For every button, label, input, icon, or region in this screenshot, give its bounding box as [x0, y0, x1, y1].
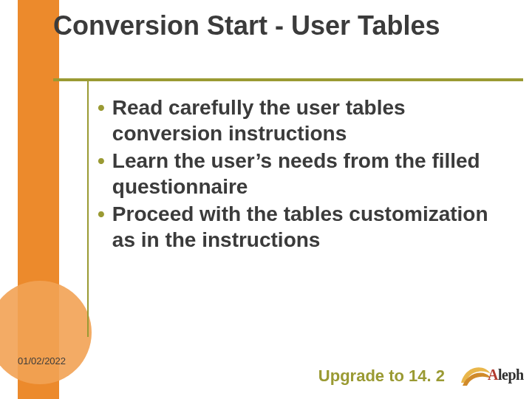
slide: Conversion Start - User Tables • Read ca…: [0, 0, 532, 399]
left-accent-band: [18, 0, 59, 399]
bullet-icon: •: [98, 95, 105, 120]
bullet-text: Learn the user’s needs from the filled q…: [112, 148, 508, 200]
list-item: • Proceed with the tables customization …: [98, 201, 508, 253]
decorative-circle: [0, 281, 92, 384]
slide-title: Conversion Start - User Tables: [53, 10, 489, 41]
logo-text-rest: leph: [498, 366, 524, 383]
bullet-text: Read carefully the user tables conversio…: [112, 95, 508, 146]
list-item: • Learn the user’s needs from the filled…: [98, 148, 508, 200]
aleph-logo: Aleph: [458, 361, 525, 393]
vertical-rule: [87, 78, 89, 337]
slide-body: • Read carefully the user tables convers…: [98, 95, 508, 254]
bullet-text: Proceed with the tables customization as…: [112, 201, 508, 253]
bullet-icon: •: [98, 201, 105, 227]
footer-caption: Upgrade to 14. 2: [318, 366, 445, 386]
bullet-icon: •: [98, 148, 105, 174]
footer-date: 01/02/2022: [18, 355, 66, 366]
title-underline: [53, 78, 523, 81]
list-item: • Read carefully the user tables convers…: [98, 95, 508, 146]
logo-text: Aleph: [488, 366, 524, 383]
